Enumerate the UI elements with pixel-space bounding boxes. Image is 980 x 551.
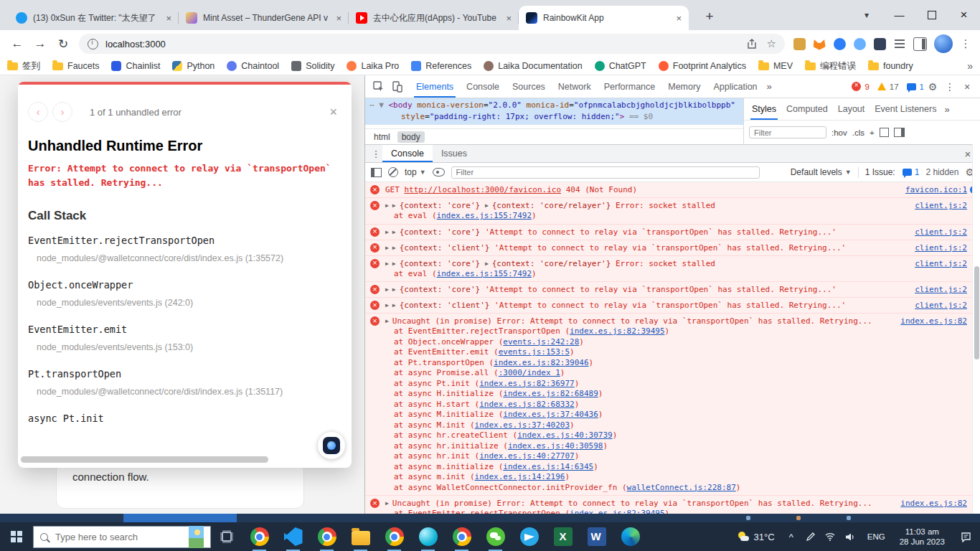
bookmark-item[interactable]: foundry	[868, 60, 913, 72]
devtools-settings-icon[interactable]: ⚙	[924, 81, 941, 93]
source-link[interactable]: index.es.js:14:6345	[503, 462, 593, 471]
expand-arrow-icon[interactable]: ▶	[385, 245, 389, 251]
site-info-icon[interactable]	[88, 39, 98, 50]
expand-arrow-icon[interactable]: ▶	[385, 260, 389, 267]
new-tab-button[interactable]: +	[699, 6, 720, 27]
source-link[interactable]: http://localhost:3000/favicon.ico	[405, 185, 562, 194]
browser-tab[interactable]: RainbowKit App×	[519, 6, 689, 30]
expand-arrow-icon[interactable]: ▶	[385, 202, 389, 209]
issues-chip[interactable]: 1 Issue: 1	[865, 167, 920, 177]
live-expression-icon[interactable]	[433, 168, 445, 176]
expand-arrow-icon[interactable]: ▶	[392, 260, 396, 267]
taskbar-app-edge[interactable]	[613, 522, 647, 551]
pen-icon[interactable]	[801, 532, 820, 542]
elements-tree[interactable]: ⋯ ▼ <body monica-version="2.0.0" monica-…	[365, 98, 743, 128]
taskbar-app-word[interactable]	[580, 522, 613, 551]
warning-count[interactable]: 17	[890, 83, 899, 91]
expand-arrow-icon[interactable]: ▶	[392, 286, 396, 293]
devtools-tab-performance[interactable]: Performance	[598, 75, 662, 98]
expand-arrow-icon[interactable]: ▶	[385, 286, 389, 293]
source-link[interactable]: index.es.js:37:40203	[475, 420, 570, 430]
taskbar-app-chrome[interactable]	[242, 522, 276, 551]
expand-arrow-icon[interactable]: ▶	[392, 302, 396, 309]
taskbar-app-chrome[interactable]	[310, 522, 344, 551]
browser-tab[interactable]: (13) 0xSun 在 Twitter: "太失望了×	[9, 6, 179, 30]
source-link[interactable]: index.es.js:40:27707	[479, 451, 574, 461]
hidden-messages-count[interactable]: 2 hidden	[925, 167, 958, 177]
expand-arrow-icon[interactable]: ▶	[392, 202, 396, 209]
devtools-tab-sources[interactable]: Sources	[506, 75, 552, 98]
devtools-tab-console[interactable]: Console	[460, 75, 506, 98]
language-indicator[interactable]: ENG	[860, 532, 892, 541]
message-source-link[interactable]: index.es.js:82	[900, 316, 967, 326]
source-link[interactable]: index.es.js:82:39046	[494, 358, 588, 367]
bookmark-item[interactable]: ChatGPT	[595, 60, 646, 72]
source-link[interactable]: events.js:242:28	[503, 337, 579, 347]
bookmark-item[interactable]: Solidity	[291, 60, 334, 72]
dialog-horizontal-scrollbar[interactable]	[21, 456, 349, 463]
source-link[interactable]: :3000/index 1	[499, 368, 560, 377]
devtools-tab-network[interactable]: Network	[552, 75, 598, 98]
devtools-tab-elements[interactable]: Elements	[410, 75, 460, 98]
bookmark-item[interactable]: Faucets	[52, 60, 99, 72]
new-style-rule-button[interactable]: +	[870, 128, 875, 137]
extension-3-icon[interactable]	[829, 34, 849, 54]
profile-avatar[interactable]	[934, 34, 953, 53]
expand-arrow-icon[interactable]: ▶	[485, 260, 489, 267]
message-source-link[interactable]: client.js:2	[915, 227, 967, 237]
task-view-button[interactable]	[211, 522, 242, 551]
bookmark-item[interactable]: Python	[172, 60, 215, 72]
source-link[interactable]: index.es.js:82:39495	[570, 509, 664, 514]
class-toggle[interactable]: .cls	[852, 128, 864, 137]
message-source-link[interactable]: favicon.ico:1	[905, 184, 967, 195]
message-source-link[interactable]: client.js:2	[915, 200, 967, 211]
panel-layout-icon[interactable]	[894, 128, 905, 137]
bookmark-item[interactable]: References	[411, 60, 471, 72]
devtools-menu-icon[interactable]: ⋮	[941, 81, 958, 93]
close-error-overlay-icon[interactable]: ×	[329, 105, 337, 120]
source-link[interactable]: index.es.js:82:39495	[570, 326, 664, 336]
log-levels-selector[interactable]: Default levels ▼	[791, 167, 852, 177]
bookmark-item[interactable]: 签到	[7, 60, 40, 72]
bookmark-item[interactable]: MEV	[758, 60, 793, 72]
error-count-icon[interactable]	[852, 82, 861, 91]
tab-search-chevron-icon[interactable]: ▾	[856, 10, 877, 20]
source-link[interactable]: walletConnect.js:228:87	[627, 483, 736, 492]
browser-tab[interactable]: Mint Asset – ThunderGene API v×	[179, 6, 349, 30]
console-scrollbar[interactable]	[972, 144, 980, 514]
message-source-link[interactable]: client.js:2	[915, 242, 967, 253]
taskbar-app-chrome[interactable]	[377, 522, 411, 551]
metamask-icon[interactable]	[809, 34, 829, 54]
expand-arrow-icon[interactable]: ▶	[385, 302, 389, 309]
bookmarks-overflow-icon[interactable]: »	[967, 60, 973, 72]
source-link[interactable]: index.es.js:14:2196	[475, 472, 565, 481]
console-filter-input[interactable]	[451, 166, 760, 179]
maximize-button[interactable]	[915, 0, 948, 30]
message-source-link[interactable]: client.js:2	[915, 258, 967, 269]
reload-button[interactable]: ↻	[52, 37, 75, 52]
warning-count-icon[interactable]	[877, 83, 886, 90]
source-link[interactable]: index.es.js:40:30739	[517, 430, 612, 440]
bookmark-item[interactable]: Laika Documentation	[484, 60, 582, 72]
browser-tab[interactable]: 去中心化应用(dApps) - YouTube×	[349, 6, 519, 30]
drawer-tab-console[interactable]: Console	[382, 145, 433, 162]
selected-dom-node[interactable]: ⋯ ▼ <body monica-version="2.0.0" monica-…	[365, 98, 743, 125]
styles-tab-layout[interactable]: Layout	[833, 98, 870, 120]
devtools-tab-application[interactable]: Application	[707, 75, 763, 98]
extension-4-icon[interactable]	[849, 34, 870, 54]
styles-tab-event-listeners[interactable]: Event Listeners	[870, 98, 941, 120]
taskbar-search[interactable]	[33, 526, 211, 548]
bookmark-item[interactable]: Chainlist	[111, 60, 160, 72]
browser-menu-icon[interactable]: ⋮	[957, 37, 974, 50]
source-link[interactable]: index.es.js:82:68489	[503, 389, 598, 398]
clear-console-icon[interactable]	[388, 167, 398, 177]
console-sidebar-icon[interactable]	[371, 168, 382, 177]
context-selector[interactable]: top ▼	[405, 167, 426, 177]
source-link[interactable]: events.js:153:5	[499, 347, 570, 357]
expand-arrow-icon[interactable]: ▶	[385, 318, 389, 324]
speaker-icon[interactable]	[840, 532, 860, 542]
taskbar-clock[interactable]: 11:03 am 28 Jun 2023	[892, 527, 952, 547]
weather-widget[interactable]: 31°C	[730, 531, 782, 542]
expand-arrow-icon[interactable]: ▶	[385, 229, 389, 235]
source-link[interactable]: index.es.js:155:7492	[437, 269, 532, 278]
